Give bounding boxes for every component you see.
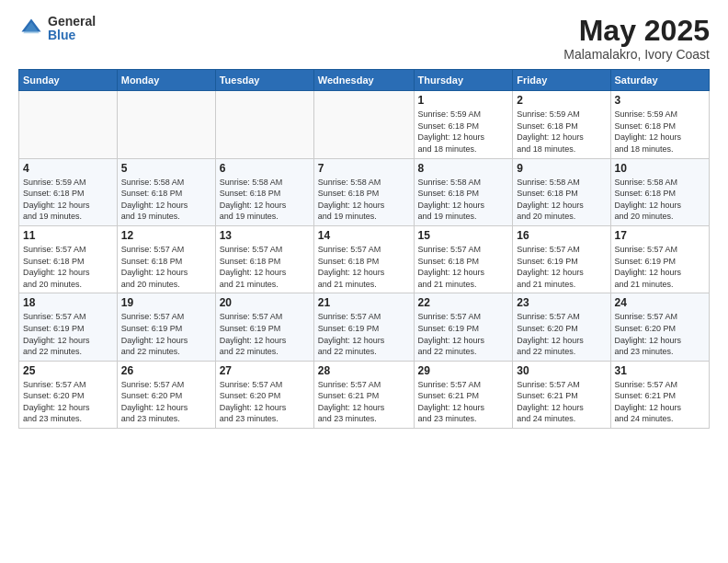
day-number: 19 — [121, 296, 211, 309]
calendar-cell: 13Sunrise: 5:57 AM Sunset: 6:18 PM Dayli… — [215, 225, 313, 293]
day-number: 4 — [23, 162, 113, 175]
day-info: Sunrise: 5:57 AM Sunset: 6:19 PM Dayligh… — [121, 311, 211, 357]
calendar-header-wednesday: Wednesday — [313, 70, 414, 91]
day-number: 15 — [418, 229, 509, 242]
calendar-cell: 25Sunrise: 5:57 AM Sunset: 6:20 PM Dayli… — [19, 361, 118, 428]
day-info: Sunrise: 5:58 AM Sunset: 6:18 PM Dayligh… — [615, 177, 705, 223]
calendar-cell: 23Sunrise: 5:57 AM Sunset: 6:20 PM Dayli… — [513, 293, 610, 361]
calendar-cell: 28Sunrise: 5:57 AM Sunset: 6:21 PM Dayli… — [313, 361, 414, 428]
day-info: Sunrise: 5:57 AM Sunset: 6:20 PM Dayligh… — [23, 379, 113, 425]
calendar-cell: 21Sunrise: 5:57 AM Sunset: 6:19 PM Dayli… — [313, 293, 414, 361]
day-info: Sunrise: 5:57 AM Sunset: 6:21 PM Dayligh… — [418, 379, 509, 425]
day-info: Sunrise: 5:58 AM Sunset: 6:18 PM Dayligh… — [418, 177, 509, 223]
day-number: 18 — [23, 296, 113, 309]
day-info: Sunrise: 5:57 AM Sunset: 6:19 PM Dayligh… — [23, 311, 113, 357]
subtitle: Malamalakro, Ivory Coast — [563, 47, 710, 62]
day-number: 2 — [517, 94, 606, 107]
day-number: 21 — [318, 296, 410, 309]
page: General Blue May 2025 Malamalakro, Ivory… — [0, 0, 728, 563]
day-info: Sunrise: 5:57 AM Sunset: 6:18 PM Dayligh… — [220, 244, 310, 290]
logo-text: General Blue — [48, 15, 96, 43]
day-info: Sunrise: 5:57 AM Sunset: 6:18 PM Dayligh… — [418, 244, 509, 290]
calendar-cell: 6Sunrise: 5:58 AM Sunset: 6:18 PM Daylig… — [215, 158, 313, 225]
day-info: Sunrise: 5:57 AM Sunset: 6:18 PM Dayligh… — [23, 244, 113, 290]
calendar-cell: 19Sunrise: 5:57 AM Sunset: 6:19 PM Dayli… — [117, 293, 215, 361]
calendar-cell — [19, 91, 118, 158]
calendar-cell: 16Sunrise: 5:57 AM Sunset: 6:19 PM Dayli… — [513, 225, 610, 293]
day-number: 27 — [220, 364, 310, 377]
calendar-header-saturday: Saturday — [610, 70, 709, 91]
calendar-week-row: 25Sunrise: 5:57 AM Sunset: 6:20 PM Dayli… — [19, 361, 710, 428]
day-info: Sunrise: 5:57 AM Sunset: 6:20 PM Dayligh… — [615, 311, 705, 357]
calendar-cell — [215, 91, 313, 158]
calendar-header-thursday: Thursday — [414, 70, 513, 91]
calendar-header-monday: Monday — [117, 70, 215, 91]
day-info: Sunrise: 5:57 AM Sunset: 6:18 PM Dayligh… — [318, 244, 410, 290]
calendar-table: SundayMondayTuesdayWednesdayThursdayFrid… — [18, 69, 710, 429]
day-number: 6 — [220, 162, 310, 175]
calendar-week-row: 18Sunrise: 5:57 AM Sunset: 6:19 PM Dayli… — [19, 293, 710, 361]
day-info: Sunrise: 5:57 AM Sunset: 6:19 PM Dayligh… — [318, 311, 410, 357]
day-info: Sunrise: 5:57 AM Sunset: 6:20 PM Dayligh… — [517, 311, 606, 357]
day-info: Sunrise: 5:59 AM Sunset: 6:18 PM Dayligh… — [418, 109, 509, 155]
day-number: 14 — [318, 229, 410, 242]
calendar-week-row: 1Sunrise: 5:59 AM Sunset: 6:18 PM Daylig… — [19, 91, 710, 158]
day-number: 12 — [121, 229, 211, 242]
day-info: Sunrise: 5:57 AM Sunset: 6:20 PM Dayligh… — [121, 379, 211, 425]
day-info: Sunrise: 5:59 AM Sunset: 6:18 PM Dayligh… — [615, 109, 705, 155]
calendar-cell: 27Sunrise: 5:57 AM Sunset: 6:20 PM Dayli… — [215, 361, 313, 428]
day-number: 22 — [418, 296, 509, 309]
day-number: 20 — [220, 296, 310, 309]
calendar-header-sunday: Sunday — [19, 70, 118, 91]
day-number: 9 — [517, 162, 606, 175]
day-info: Sunrise: 5:57 AM Sunset: 6:21 PM Dayligh… — [615, 379, 705, 425]
day-number: 31 — [615, 364, 705, 377]
day-info: Sunrise: 5:57 AM Sunset: 6:19 PM Dayligh… — [220, 311, 310, 357]
calendar-cell: 9Sunrise: 5:58 AM Sunset: 6:18 PM Daylig… — [513, 158, 610, 225]
calendar-cell: 29Sunrise: 5:57 AM Sunset: 6:21 PM Dayli… — [414, 361, 513, 428]
day-number: 5 — [121, 162, 211, 175]
logo: General Blue — [18, 15, 96, 43]
day-info: Sunrise: 5:59 AM Sunset: 6:18 PM Dayligh… — [517, 109, 606, 155]
calendar-cell: 30Sunrise: 5:57 AM Sunset: 6:21 PM Dayli… — [513, 361, 610, 428]
day-number: 17 — [615, 229, 705, 242]
day-number: 11 — [23, 229, 113, 242]
day-number: 24 — [615, 296, 705, 309]
calendar-cell: 5Sunrise: 5:58 AM Sunset: 6:18 PM Daylig… — [117, 158, 215, 225]
day-number: 1 — [418, 94, 509, 107]
calendar-cell: 18Sunrise: 5:57 AM Sunset: 6:19 PM Dayli… — [19, 293, 118, 361]
calendar-cell: 8Sunrise: 5:58 AM Sunset: 6:18 PM Daylig… — [414, 158, 513, 225]
day-number: 3 — [615, 94, 705, 107]
calendar-cell: 2Sunrise: 5:59 AM Sunset: 6:18 PM Daylig… — [513, 91, 610, 158]
day-info: Sunrise: 5:57 AM Sunset: 6:21 PM Dayligh… — [318, 379, 410, 425]
day-number: 16 — [517, 229, 606, 242]
calendar-week-row: 11Sunrise: 5:57 AM Sunset: 6:18 PM Dayli… — [19, 225, 710, 293]
day-info: Sunrise: 5:58 AM Sunset: 6:18 PM Dayligh… — [318, 177, 410, 223]
day-number: 25 — [23, 364, 113, 377]
day-info: Sunrise: 5:58 AM Sunset: 6:18 PM Dayligh… — [517, 177, 606, 223]
calendar-cell: 11Sunrise: 5:57 AM Sunset: 6:18 PM Dayli… — [19, 225, 118, 293]
calendar-week-row: 4Sunrise: 5:59 AM Sunset: 6:18 PM Daylig… — [19, 158, 710, 225]
logo-general-text: General — [48, 15, 96, 29]
calendar-cell: 26Sunrise: 5:57 AM Sunset: 6:20 PM Dayli… — [117, 361, 215, 428]
day-info: Sunrise: 5:57 AM Sunset: 6:19 PM Dayligh… — [517, 244, 606, 290]
header: General Blue May 2025 Malamalakro, Ivory… — [18, 15, 710, 62]
day-info: Sunrise: 5:57 AM Sunset: 6:21 PM Dayligh… — [517, 379, 606, 425]
day-number: 23 — [517, 296, 606, 309]
calendar-cell: 20Sunrise: 5:57 AM Sunset: 6:19 PM Dayli… — [215, 293, 313, 361]
calendar-cell: 15Sunrise: 5:57 AM Sunset: 6:18 PM Dayli… — [414, 225, 513, 293]
day-info: Sunrise: 5:57 AM Sunset: 6:19 PM Dayligh… — [418, 311, 509, 357]
day-number: 10 — [615, 162, 705, 175]
day-number: 13 — [220, 229, 310, 242]
day-info: Sunrise: 5:58 AM Sunset: 6:18 PM Dayligh… — [121, 177, 211, 223]
logo-blue-text: Blue — [48, 29, 96, 42]
day-info: Sunrise: 5:59 AM Sunset: 6:18 PM Dayligh… — [23, 177, 113, 223]
calendar-header-tuesday: Tuesday — [215, 70, 313, 91]
calendar-cell: 4Sunrise: 5:59 AM Sunset: 6:18 PM Daylig… — [19, 158, 118, 225]
day-info: Sunrise: 5:57 AM Sunset: 6:18 PM Dayligh… — [121, 244, 211, 290]
day-number: 30 — [517, 364, 606, 377]
title-block: May 2025 Malamalakro, Ivory Coast — [563, 15, 710, 62]
day-number: 8 — [418, 162, 509, 175]
calendar-cell: 14Sunrise: 5:57 AM Sunset: 6:18 PM Dayli… — [313, 225, 414, 293]
logo-icon — [18, 16, 44, 41]
